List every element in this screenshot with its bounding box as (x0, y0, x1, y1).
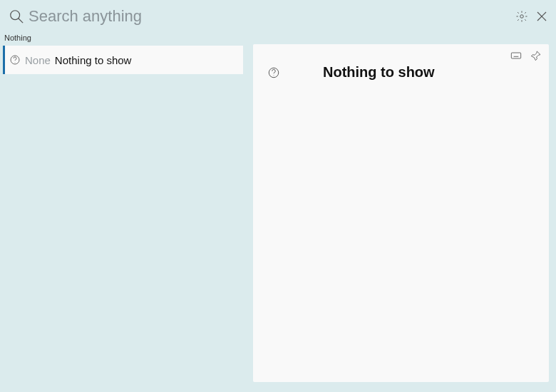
help-icon (267, 66, 280, 79)
svg-line-1 (19, 19, 23, 23)
result-item[interactable]: None Nothing to show (3, 46, 243, 74)
detail-title: Nothing to show (323, 64, 435, 81)
close-button[interactable] (535, 9, 549, 24)
svg-rect-7 (511, 53, 520, 58)
category-label: Nothing (0, 33, 556, 44)
svg-point-6 (15, 62, 16, 63)
pin-icon[interactable] (529, 48, 543, 63)
svg-point-0 (11, 11, 20, 20)
header-actions (515, 9, 549, 24)
help-icon (9, 54, 21, 66)
header (0, 0, 556, 33)
result-title: Nothing to show (55, 54, 132, 66)
search-icon (9, 9, 24, 24)
result-tag: None (25, 54, 51, 66)
detail-pane: Nothing to show (253, 44, 549, 382)
keyboard-icon[interactable] (509, 48, 523, 63)
svg-point-2 (520, 15, 524, 19)
results-pane: None Nothing to show (0, 44, 253, 392)
search-input[interactable] (29, 4, 510, 29)
svg-point-15 (274, 75, 274, 76)
settings-button[interactable] (515, 9, 529, 24)
